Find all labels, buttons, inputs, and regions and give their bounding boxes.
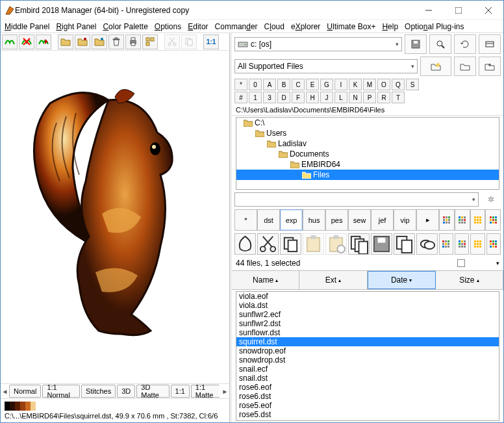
file-row[interactable]: snail.ecf	[236, 365, 499, 374]
header-size[interactable]: Size▴	[436, 271, 503, 289]
file-row[interactable]: sunflowr.dst	[236, 328, 499, 337]
file-row[interactable]: viola.eof	[236, 292, 499, 301]
menu-optional-plugins[interactable]: Optional Plug-ins	[405, 22, 464, 31]
tab-3d-matte[interactable]: 3D Matte	[136, 385, 169, 398]
btn-folder[interactable]	[454, 57, 476, 76]
btn-save-disk[interactable]	[405, 34, 427, 54]
btn-shape[interactable]	[234, 233, 256, 255]
btn-zoom[interactable]	[429, 34, 451, 54]
tab-3d[interactable]: 3D	[117, 385, 135, 398]
file-row[interactable]: rose5.dst	[236, 410, 499, 419]
tb-open3[interactable]	[92, 34, 107, 49]
menu-help[interactable]: Help	[382, 22, 398, 31]
alpha-all[interactable]: *	[234, 79, 247, 90]
tree-node[interactable]: EMBIRD64	[236, 159, 499, 170]
tb-trash[interactable]	[108, 34, 124, 49]
view-grid-2[interactable]	[470, 209, 486, 231]
tab-stitches[interactable]: Stitches	[81, 385, 116, 398]
tree-node[interactable]: Files	[236, 170, 499, 180]
select-all-checkbox[interactable]	[457, 259, 465, 267]
btn-grid1[interactable]	[439, 233, 453, 255]
header-name[interactable]: Name▴	[232, 271, 299, 289]
tab-11-matte[interactable]: 1:1 Matte	[191, 385, 220, 398]
tab-normal[interactable]: Normal	[9, 385, 41, 398]
file-row[interactable]: rose6.eof	[236, 383, 499, 392]
tb-cut[interactable]	[164, 34, 180, 49]
file-row[interactable]: snowdrop.dst	[236, 355, 499, 365]
minimize-button[interactable]	[414, 1, 444, 20]
btn-cut[interactable]	[257, 233, 279, 255]
btn-duplicate[interactable]	[394, 233, 415, 255]
file-row[interactable]: sunflwr2.dst	[236, 319, 499, 328]
tb-open1[interactable]	[58, 34, 73, 49]
btn-card[interactable]	[479, 34, 501, 54]
tab-11-normal[interactable]: 1:1 Normal	[42, 385, 80, 398]
menu-cloud[interactable]: Cloud	[264, 22, 284, 31]
tb-open2[interactable]	[75, 34, 90, 49]
ext-tab-hus[interactable]: hus	[303, 209, 325, 231]
menu-commander[interactable]: Commander	[215, 22, 258, 31]
tabs-scroll-right[interactable]: ►	[221, 385, 229, 398]
file-row[interactable]: rose5.eof	[236, 401, 499, 410]
file-row[interactable]: rose6.dst	[236, 392, 499, 401]
btn-new-folder[interactable]	[420, 57, 451, 76]
btn-folder-up[interactable]	[479, 57, 501, 76]
tree-node[interactable]: Users	[236, 128, 499, 138]
maximize-button[interactable]	[444, 1, 473, 20]
tree-node[interactable]: Documents	[236, 149, 499, 159]
file-row[interactable]: rose4.eof	[236, 419, 499, 421]
filter-combo[interactable]: All Supported Files ▾	[234, 59, 418, 73]
tabs-scroll-left[interactable]: ◄	[1, 385, 9, 398]
close-button[interactable]	[473, 1, 503, 20]
tb-print[interactable]	[125, 34, 141, 49]
btn-save[interactable]	[371, 233, 392, 255]
ext-tab-exp[interactable]: exp	[280, 209, 303, 231]
tb-zoom-actual[interactable]: 1:1	[203, 34, 219, 49]
ext-tab-vip[interactable]: vip	[394, 209, 416, 231]
drive-combo[interactable]: c: [os] ▾	[234, 37, 402, 51]
menu-options[interactable]: Options	[155, 22, 181, 31]
tb-stitch-green[interactable]	[2, 34, 18, 49]
btn-cloud-sync[interactable]	[416, 233, 438, 255]
menu-editor[interactable]: Editor	[188, 22, 208, 31]
folder-tree[interactable]: C:\UsersLadislavDocumentsEMBIRD64Files	[236, 117, 499, 190]
menu-middle-panel[interactable]: Middle Panel	[5, 22, 49, 31]
btn-copy[interactable]	[280, 233, 301, 255]
ext-tab-▸[interactable]: ▸	[416, 209, 439, 231]
menu-explorer[interactable]: eXplorer	[291, 22, 320, 31]
ext-tab-dst[interactable]: dst	[257, 209, 280, 231]
menu-color-palette[interactable]: Color Palette	[103, 22, 147, 31]
ext-tab-*[interactable]: *	[234, 209, 257, 231]
btn-grid3[interactable]	[470, 233, 485, 255]
view-grid-0[interactable]	[439, 209, 455, 231]
options-dropdown[interactable]: ▾	[496, 260, 499, 266]
header-date[interactable]: Date▾	[368, 271, 436, 289]
tb-copy[interactable]	[181, 34, 197, 49]
btn-refresh[interactable]	[454, 34, 476, 54]
file-row[interactable]: snowdrop.eof	[236, 346, 499, 355]
view-grid-1[interactable]	[455, 209, 470, 231]
tab-11[interactable]: 1:1	[171, 385, 190, 398]
search-combo[interactable]: ▾	[234, 192, 479, 207]
file-row[interactable]: sunflwr2.ecf	[236, 310, 499, 319]
btn-grid2[interactable]	[455, 233, 469, 255]
file-row[interactable]: squirrel.dst	[236, 337, 499, 346]
tb-arrange[interactable]	[142, 34, 158, 49]
ext-tab-sew[interactable]: sew	[348, 209, 371, 231]
tb-stitch-play[interactable]	[36, 34, 51, 49]
menu-ultimate-box[interactable]: Ultimate Box+	[327, 22, 375, 31]
tree-node[interactable]: Ladislav	[236, 138, 499, 149]
tb-stitch-stop[interactable]	[19, 34, 34, 49]
file-list[interactable]: viola.eofviola.dstsunflwr2.ecfsunflwr2.d…	[236, 291, 499, 421]
menu-right-panel[interactable]: Right Panel	[56, 22, 96, 31]
btn-paste2[interactable]	[325, 233, 347, 255]
btn-paste[interactable]	[303, 233, 324, 255]
btn-grid4[interactable]	[486, 233, 501, 255]
file-row[interactable]: snail.dst	[236, 374, 499, 383]
header-ext[interactable]: Ext▴	[299, 271, 367, 289]
ext-tab-pes[interactable]: pes	[325, 209, 348, 231]
view-grid-3[interactable]	[485, 209, 501, 231]
tree-node[interactable]: C:\	[236, 118, 499, 128]
file-row[interactable]: viola.dst	[236, 301, 499, 310]
btn-docs[interactable]	[348, 233, 370, 255]
